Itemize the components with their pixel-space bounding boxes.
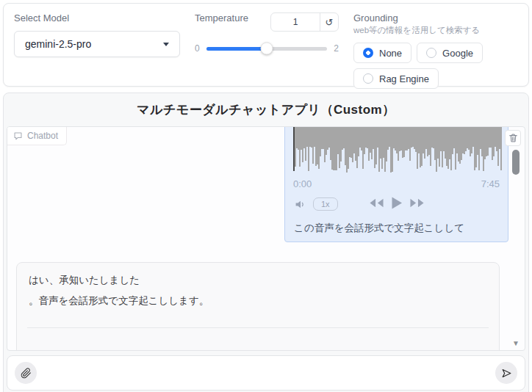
model-select-value: gemini-2.5-pro: [25, 38, 91, 50]
chatbot-panel: Chatbot ▼ 0:00 7:45: [7, 126, 525, 351]
slider-fill: [206, 47, 267, 51]
bot-message-line1: はい、承知いたしました: [29, 270, 487, 291]
chevron-down-icon: [163, 43, 169, 46]
chatbot-label-text: Chatbot: [27, 131, 58, 141]
bot-message-text: はい、承知いたしました 。音声を会話形式で文字起こしします。: [17, 263, 499, 318]
radio-option-rag-engine[interactable]: Rag Engine: [353, 68, 439, 89]
scroll-down-icon[interactable]: ▼: [512, 339, 520, 347]
user-message-bubble: 0:00 7:45 1x: [284, 126, 508, 242]
page-title: マルチモーダルチャットアプリ（Custom）: [7, 101, 525, 118]
rewind-icon[interactable]: [368, 197, 384, 208]
play-icon[interactable]: [390, 196, 403, 210]
paperclip-icon: [21, 368, 32, 379]
bot-message-line2: 。音声を会話形式で文字起こしします。: [29, 291, 487, 311]
fast-forward-icon[interactable]: [409, 197, 425, 208]
radio-option-none[interactable]: None: [353, 43, 411, 63]
temperature-section: Temperature 1 ↺ 0 2: [195, 11, 339, 76]
attach-file-button[interactable]: [15, 362, 37, 384]
message-divider: [27, 327, 489, 328]
model-select[interactable]: gemini-2.5-pro: [14, 31, 180, 57]
radio-label: None: [379, 48, 402, 59]
scrollbar-thumb[interactable]: [512, 150, 520, 175]
send-icon: [501, 368, 512, 379]
settings-panel: Select Model gemini-2.5-pro Temperature …: [3, 3, 529, 87]
playback-speed-button[interactable]: 1x: [313, 197, 338, 211]
radio-label: Rag Engine: [379, 73, 429, 84]
send-button[interactable]: [495, 362, 517, 384]
reset-icon: ↺: [326, 17, 334, 28]
radio-circle-icon: [363, 73, 373, 84]
bot-message-bubble: はい、承知いたしました 。音声を会話形式で文字起こしします。: [16, 262, 500, 351]
trash-icon: [509, 134, 517, 142]
grounding-radio-group: None Google Rag Engine: [353, 43, 518, 89]
user-message-text: この音声を会話形式で文字起こしして: [285, 214, 508, 242]
model-section: Select Model gemini-2.5-pro: [14, 11, 180, 76]
volume-icon[interactable]: [295, 199, 306, 210]
message-input-bar: [7, 355, 525, 391]
slider-min-label: 0: [195, 43, 200, 54]
audio-duration: 7:45: [481, 178, 500, 189]
speech-bubble-icon: [13, 131, 23, 141]
chatbot-label: Chatbot: [7, 127, 67, 145]
temperature-number-input[interactable]: 1: [271, 13, 320, 31]
grounding-info: web等の情報を活用して検索する: [353, 25, 518, 36]
audio-controls: 1x: [285, 197, 508, 214]
message-text-input[interactable]: [43, 356, 489, 390]
radio-circle-icon: [363, 48, 373, 58]
grounding-section: Grounding web等の情報を活用して検索する None Google R…: [353, 11, 518, 76]
radio-option-google[interactable]: Google: [417, 43, 483, 63]
temperature-number-group: 1 ↺: [270, 12, 339, 32]
model-label: Select Model: [14, 12, 180, 23]
slider-handle[interactable]: [261, 43, 273, 55]
app-panel: マルチモーダルチャットアプリ（Custom） Chatbot ▼: [3, 92, 529, 392]
clear-chat-button[interactable]: [505, 130, 521, 146]
radio-circle-icon: [426, 48, 436, 58]
temperature-label: Temperature: [195, 12, 248, 23]
radio-label: Google: [442, 48, 473, 59]
grounding-label: Grounding: [353, 12, 518, 23]
slider-max-label: 2: [334, 43, 339, 54]
audio-current-time: 0:00: [293, 178, 312, 189]
page: Select Model gemini-2.5-pro Temperature …: [0, 0, 532, 392]
audio-time-row: 0:00 7:45: [285, 178, 508, 189]
waveform-cursor: [293, 127, 295, 171]
audio-waveform[interactable]: [293, 127, 502, 173]
temperature-reset-button[interactable]: ↺: [320, 13, 338, 31]
temperature-slider[interactable]: [206, 47, 328, 51]
